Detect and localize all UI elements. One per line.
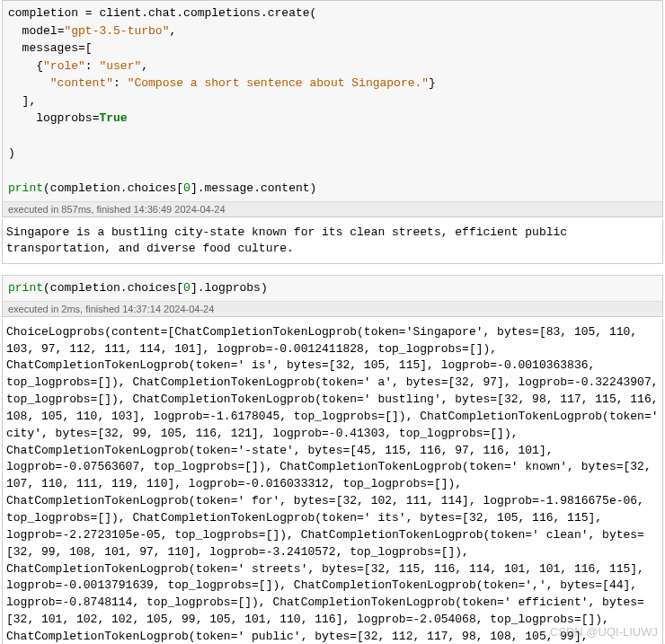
exec-status-1: executed in 857ms, finished 14:36:49 202… <box>3 201 662 216</box>
output-2: ChoiceLogprobs(content=[ChatCompletionTo… <box>2 319 663 644</box>
exec-status-2: executed in 2ms, finished 14:37:14 2024-… <box>3 301 662 316</box>
code-cell-1: completion = client.chat.completions.cre… <box>2 0 663 217</box>
code-input-2[interactable]: print(completion.choices[0].logprobs) <box>3 276 662 301</box>
output-1: Singapore is a bustling city-state known… <box>2 219 663 265</box>
code-cell-2: print(completion.choices[0].logprobs) ex… <box>2 275 663 317</box>
code-input-1[interactable]: completion = client.chat.completions.cre… <box>3 1 662 201</box>
